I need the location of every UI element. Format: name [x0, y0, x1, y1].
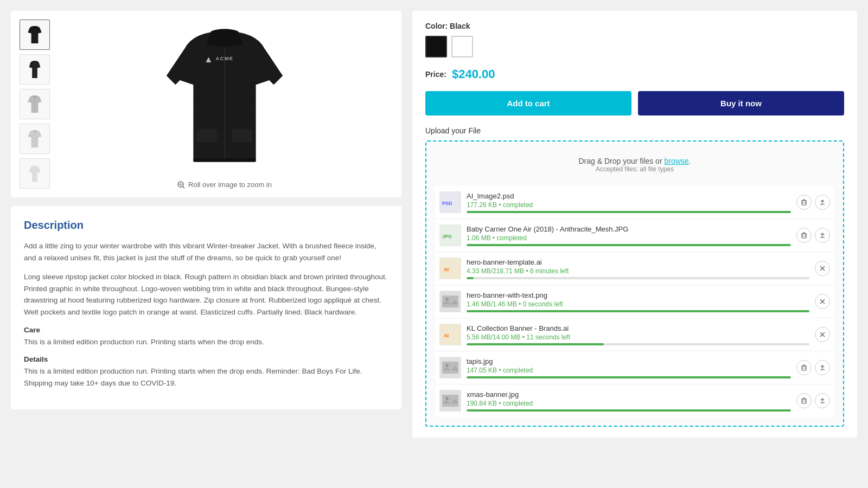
svg-rect-22 — [193, 158, 256, 162]
file-status-4: 5.56 MB/14.00 MB • 11 seconds left — [467, 333, 809, 341]
svg-point-70 — [445, 397, 449, 400]
file-info-6: xmas-banner.jpg190.84 KB • completed — [467, 390, 791, 412]
svg-rect-29 — [802, 201, 806, 205]
main-product-image: ACME — [56, 20, 393, 176]
file-progress-bar-1 — [467, 244, 791, 246]
svg-rect-71 — [802, 399, 806, 403]
file-close-btn-2[interactable] — [815, 261, 830, 276]
browse-link[interactable]: browse — [664, 157, 688, 165]
file-name-6: xmas-banner.jpg — [467, 390, 791, 399]
thumbnail-3[interactable] — [20, 89, 50, 119]
file-item-4: AI KL Collection Banner - Brands.ai5.56 … — [435, 318, 834, 351]
svg-rect-20 — [197, 129, 217, 142]
color-label-text: Color: — [425, 22, 448, 30]
color-label: Color: Black — [425, 22, 844, 30]
file-delete-btn-1[interactable] — [796, 228, 812, 243]
description-para-1: Add a little zing to your winter wardrob… — [24, 240, 388, 264]
main-image-container: ACME — [56, 20, 393, 189]
color-swatch-white[interactable] — [451, 36, 473, 57]
file-info-3: hero-banner-with-text.png1.46 MB/1.46 MB… — [467, 291, 809, 312]
svg-point-1 — [33, 95, 36, 98]
svg-rect-21 — [232, 129, 252, 142]
right-panel: Color: Black Price: $240.00 Add to cart … — [412, 11, 857, 438]
file-progress-6 — [467, 409, 791, 412]
file-thumb-5 — [439, 357, 461, 378]
file-upload-btn-1[interactable] — [815, 228, 830, 243]
product-options: Color: Black Price: $240.00 Add to cart … — [412, 11, 857, 438]
file-name-3: hero-banner-with-text.png — [467, 291, 809, 299]
price-label: Price: — [425, 70, 446, 79]
details-text: This is a limited edition production run… — [24, 365, 388, 389]
file-status-0: 177.26 KB • completed — [467, 201, 791, 209]
file-progress-1 — [467, 244, 791, 246]
file-item-2: AI hero-banner-template.ai4.33 MB/218.71… — [435, 252, 834, 285]
file-item-3: hero-banner-with-text.png1.46 MB/1.46 MB… — [435, 285, 834, 318]
file-item-6: xmas-banner.jpg190.84 KB • completed — [435, 384, 834, 417]
svg-text:PSD: PSD — [442, 201, 452, 206]
file-progress-5 — [467, 376, 791, 378]
file-item-1: JPG Baby Carrier One Air (2018) - Anthra… — [435, 219, 834, 252]
zoom-hint-text: Roll over image to zoom in — [188, 181, 272, 189]
buy-it-now-button[interactable]: Buy it now — [638, 91, 844, 115]
file-status-5: 147.05 KB • completed — [467, 367, 791, 374]
file-progress-bar-0 — [467, 211, 791, 213]
color-value-text: Black — [450, 22, 470, 30]
upload-area[interactable]: Drag & Drop your files or browse. Accept… — [425, 140, 844, 427]
thumbnail-4[interactable] — [20, 124, 50, 154]
thumbnail-2[interactable] — [20, 54, 50, 85]
file-name-2: hero-banner-template.ai — [467, 258, 809, 266]
svg-rect-54 — [440, 324, 461, 345]
file-upload-btn-6[interactable] — [815, 393, 830, 408]
svg-point-51 — [445, 298, 449, 301]
svg-rect-38 — [802, 234, 806, 238]
file-progress-bar-3 — [467, 310, 809, 312]
zoom-hint: Roll over image to zoom in — [177, 181, 272, 189]
file-progress-bar-2 — [467, 277, 474, 279]
color-swatch-black[interactable] — [425, 36, 447, 57]
file-thumb-2: AI — [439, 258, 461, 279]
svg-rect-45 — [440, 258, 461, 279]
file-close-btn-3[interactable] — [815, 294, 830, 309]
svg-text:AI: AI — [444, 333, 449, 338]
file-delete-btn-0[interactable] — [796, 195, 812, 210]
svg-point-60 — [445, 364, 449, 367]
care-label: Care — [24, 326, 388, 334]
svg-rect-61 — [802, 366, 806, 370]
file-upload-btn-0[interactable] — [815, 195, 830, 210]
file-list: PSD AI_Image2.psd177.26 KB • completed J… — [435, 186, 834, 417]
svg-point-0 — [33, 26, 36, 29]
svg-text:ACME: ACME — [216, 56, 234, 61]
thumbnail-list — [20, 20, 50, 189]
file-info-1: Baby Carrier One Air (2018) - Anthracite… — [467, 225, 791, 246]
description-title: Description — [24, 219, 388, 232]
file-progress-2 — [467, 277, 809, 279]
file-actions-5 — [796, 360, 830, 375]
file-item-5: tapis.jpg147.05 KB • completed — [435, 351, 834, 384]
file-actions-6 — [796, 393, 830, 408]
file-delete-btn-6[interactable] — [796, 393, 812, 408]
file-thumb-1: JPG — [439, 224, 461, 246]
file-progress-3 — [467, 310, 809, 312]
product-image-section: ACME — [11, 11, 401, 197]
description-para-2: Long sleeve ripstop jacket color blocked… — [24, 271, 388, 318]
file-close-btn-4[interactable] — [815, 327, 830, 342]
file-name-5: tapis.jpg — [467, 357, 791, 365]
care-text: This is a limited edition production run… — [24, 336, 388, 348]
file-progress-bar-4 — [467, 343, 604, 345]
left-panel: ACME — [11, 11, 401, 438]
drop-zone-text: Drag & Drop your files or — [579, 157, 662, 165]
file-actions-0 — [796, 195, 830, 210]
file-actions-2 — [815, 261, 830, 276]
file-thumb-3 — [439, 291, 461, 312]
svg-line-24 — [183, 187, 184, 188]
file-item-0: PSD AI_Image2.psd177.26 KB • completed — [435, 186, 834, 219]
svg-text:AI: AI — [444, 267, 449, 272]
thumbnail-5[interactable] — [20, 158, 50, 189]
thumbnail-1[interactable] — [20, 20, 50, 50]
add-to-cart-button[interactable]: Add to cart — [425, 91, 631, 115]
file-info-4: KL Collection Banner - Brands.ai5.56 MB/… — [467, 324, 809, 345]
file-delete-btn-5[interactable] — [796, 360, 812, 375]
file-thumb-6 — [439, 390, 461, 412]
file-upload-btn-5[interactable] — [815, 360, 830, 375]
file-status-3: 1.46 MB/1.46 MB • 0 seconds left — [467, 300, 809, 308]
